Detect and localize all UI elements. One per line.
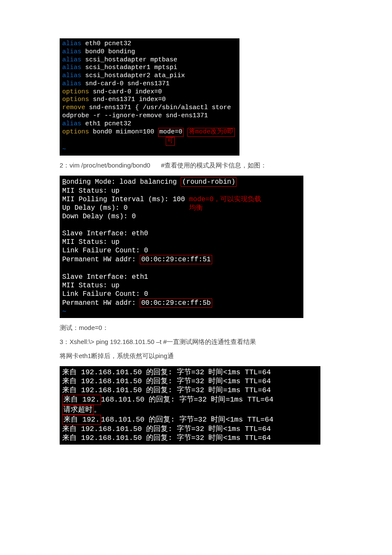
step2-cmd: 2：vim /proc/net/bonding/bond0 — [60, 162, 150, 169]
terminal-ping-output: 来自 192.168.101.50 的回复: 字节=32 时间<1ms TTL=… — [60, 366, 320, 445]
caption-eth1-down: 将网卡eth1断掉后，系统依然可以ping通 — [60, 352, 332, 360]
document-page: alias eth0 pcnet32alias bond0 bondingali… — [0, 0, 392, 470]
caption-test-mode: 测试：mode=0： — [60, 324, 332, 332]
step2-comment: #查看使用的模式及网卡信息，如图： — [161, 162, 267, 169]
terminal-modprobe-conf: alias eth0 pcnet32alias bond0 bondingali… — [60, 38, 239, 156]
caption-step-2: 2：vim /proc/net/bonding/bond0 #查看使用的模式及网… — [60, 162, 332, 170]
terminal-bonding-status: Bonding Mode: load balancing (round-robi… — [60, 176, 303, 318]
caption-step-3: 3：Xshell:\> ping 192.168.101.50 –t #一直测试… — [60, 338, 332, 346]
